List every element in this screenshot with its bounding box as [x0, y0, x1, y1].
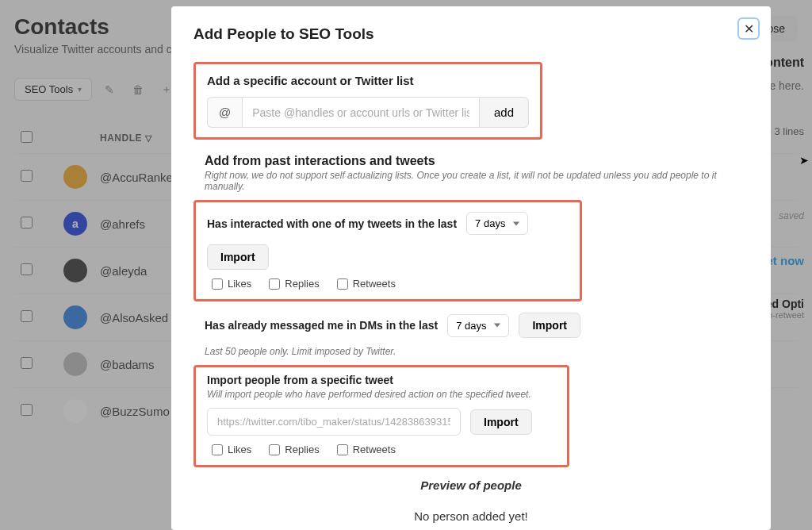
avatar	[63, 352, 87, 376]
add-button[interactable]: add	[479, 97, 529, 128]
avatar: a	[63, 212, 87, 236]
tweet-import-button[interactable]: Import	[470, 409, 532, 435]
handle-column-header[interactable]: HANDLE	[100, 132, 142, 144]
modal-title: Add People to SEO Tools	[193, 25, 749, 43]
tweet-replies-checkbox[interactable]: Replies	[269, 444, 319, 455]
row-checkbox[interactable]	[21, 217, 33, 229]
tweet-likes-checkbox[interactable]: Likes	[212, 444, 251, 455]
interacted-replies-checkbox[interactable]: Replies	[269, 278, 319, 290]
add-account-heading: Add a specific account or Twitter list	[207, 74, 529, 87]
avatar	[63, 259, 87, 282]
handle-input[interactable]	[242, 97, 479, 128]
select-all-checkbox[interactable]	[21, 131, 33, 143]
list-selector-chip[interactable]: SEO Tools ▾	[14, 78, 92, 101]
add-people-modal: Add People to SEO Tools ✕ Add a specific…	[171, 6, 771, 530]
tweet-import-label: Import people from a specific tweet	[207, 374, 556, 386]
past-interactions-note: Right now, we do not support self actual…	[205, 170, 749, 192]
row-checkbox[interactable]	[21, 263, 33, 275]
preview-heading: Preview of people	[193, 478, 749, 492]
interacted-likes-checkbox[interactable]: Likes	[212, 278, 251, 290]
lines-meta: o 3 lines	[766, 125, 804, 137]
preview-empty-text: No person added yet!	[193, 509, 749, 523]
tweet-url-input[interactable]	[207, 408, 461, 436]
dm-note: Last 50 people only. Limit imposed by Tw…	[205, 346, 737, 357]
close-icon: ✕	[744, 21, 754, 36]
interacted-retweets-checkbox[interactable]: Retweets	[337, 278, 396, 290]
edit-icon[interactable]: ✎	[98, 79, 121, 101]
dm-period-select[interactable]: 7 days	[447, 314, 509, 337]
cursor-icon: ➤	[799, 154, 809, 167]
tweet-hint: e here.	[769, 79, 804, 92]
interacted-import-button[interactable]: Import	[207, 244, 269, 270]
row-handle: @AccuRanker	[100, 171, 177, 184]
add-specific-account-section: Add a specific account or Twitter list @…	[193, 62, 542, 140]
interacted-period-select[interactable]: 7 days	[466, 212, 528, 235]
dm-label: Has already messaged me in DMs in the la…	[205, 319, 438, 332]
dm-import-button[interactable]: Import	[519, 313, 580, 338]
close-button[interactable]: ✕	[737, 17, 760, 40]
avatar	[63, 305, 87, 329]
saved-status: saved	[779, 210, 804, 221]
avatar	[63, 399, 87, 423]
row-checkbox[interactable]	[21, 404, 33, 416]
dm-section: Has already messaged me in DMs in the la…	[193, 309, 749, 365]
tweet-import-note: Will import people who have performed de…	[207, 389, 556, 400]
avatar	[63, 165, 87, 189]
row-handle: @aleyda	[100, 264, 147, 278]
row-handle: @ahrefs	[100, 217, 145, 231]
at-prefix: @	[207, 97, 242, 128]
tweet-retweets-checkbox[interactable]: Retweets	[337, 444, 396, 455]
past-interactions-heading: Add from past interactions and tweets	[205, 154, 749, 168]
filter-icon[interactable]: ▽	[145, 133, 152, 144]
row-handle: @BuzzSumo	[100, 405, 170, 418]
row-handle: @AlsoAsked	[100, 311, 168, 325]
import-from-tweet-section: Import people from a specific tweet Will…	[193, 365, 569, 467]
row-checkbox[interactable]	[21, 357, 33, 369]
row-checkbox[interactable]	[21, 310, 33, 322]
interacted-label: Has interacted with one of my tweets in …	[207, 217, 457, 230]
row-handle: @badams	[100, 358, 155, 371]
interacted-section: Has interacted with one of my tweets in …	[193, 200, 582, 301]
row-checkbox[interactable]	[21, 170, 33, 182]
list-selector-label: SEO Tools	[25, 83, 73, 95]
trash-icon[interactable]: 🗑	[127, 79, 149, 101]
chevron-down-icon: ▾	[78, 85, 82, 94]
